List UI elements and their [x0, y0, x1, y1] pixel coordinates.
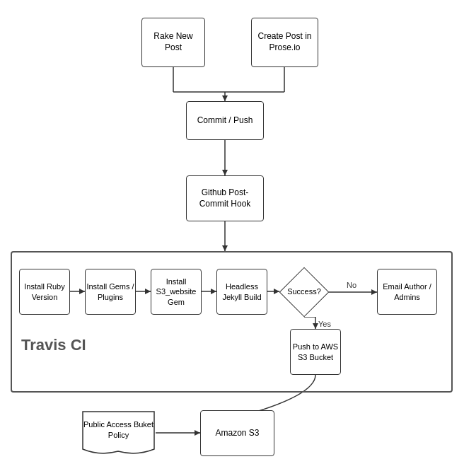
svg-marker-3 — [222, 95, 228, 101]
public-access-label: Public Access Buket Policy — [81, 419, 156, 440]
create-post-label: Create Post in Prose.io — [252, 31, 318, 53]
email-admins-label: Email Author / Admins — [378, 281, 436, 302]
amazon-s3-box: Amazon S3 — [200, 410, 274, 456]
github-hook-box: Github Post-Commit Hook — [186, 175, 264, 221]
svg-marker-7 — [222, 170, 228, 175]
success-label: Success? — [279, 267, 329, 317]
email-admins-box: Email Author / Admins — [377, 269, 437, 315]
commit-push-label: Commit / Push — [197, 115, 253, 127]
push-s3-box: Push to AWS S3 Bucket — [290, 329, 341, 375]
install-ruby-label: Install Ruby Version — [20, 281, 69, 302]
public-access-box: Public Access Buket Policy — [81, 410, 156, 456]
rake-new-post-box: Rake New Post — [141, 18, 205, 67]
svg-marker-27 — [195, 430, 200, 436]
install-ruby-box: Install Ruby Version — [19, 269, 70, 315]
success-diamond: Success? — [279, 267, 329, 317]
install-gems-label: Install Gems / Plugins — [86, 281, 135, 302]
github-hook-label: Github Post-Commit Hook — [187, 187, 263, 209]
install-gems-box: Install Gems / Plugins — [85, 269, 136, 315]
push-s3-label: Push to AWS S3 Bucket — [291, 342, 340, 362]
travis-ci-label: Travis CI — [21, 336, 86, 354]
install-s3-box: Install S3_website Gem — [151, 269, 202, 315]
commit-push-box: Commit / Push — [186, 101, 264, 140]
rake-new-post-label: Rake New Post — [153, 31, 192, 53]
svg-marker-9 — [222, 245, 228, 251]
amazon-s3-label: Amazon S3 — [215, 428, 259, 439]
flowchart-diagram: No Yes Rake New Post Create Post in Pros… — [0, 0, 464, 476]
headless-jekyll-box: Headless Jekyll Build — [216, 269, 267, 315]
headless-jekyll-label: Headless Jekyll Build — [217, 281, 267, 302]
arrows-svg: No Yes — [0, 0, 464, 476]
install-s3-label: Install S3_website Gem — [151, 277, 201, 307]
create-post-box: Create Post in Prose.io — [251, 18, 318, 67]
